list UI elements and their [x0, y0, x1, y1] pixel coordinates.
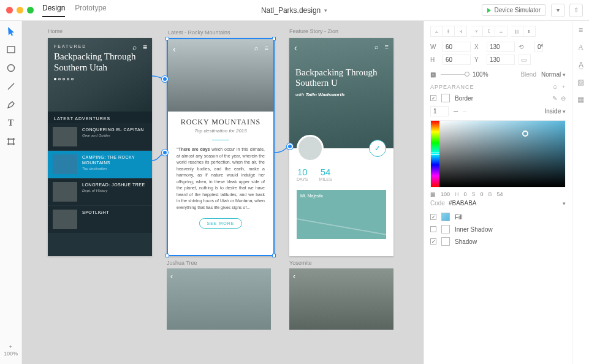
artboard-label[interactable]: Joshua Tree	[167, 260, 197, 266]
search-icon[interactable]: ⌕	[254, 44, 259, 51]
shadow-checkbox[interactable]	[430, 238, 436, 245]
distribute-h-button[interactable]: ⫼	[511, 26, 523, 37]
menu-icon[interactable]: ≡	[385, 43, 389, 50]
text-tab-icon[interactable]: A	[578, 43, 583, 52]
assets-tab-icon[interactable]: ▦	[577, 95, 584, 104]
back-icon[interactable]: ‹	[173, 44, 176, 54]
list-item-title: CONQUERING EL CAPITAN	[82, 127, 144, 132]
list-item[interactable]: LONGREAD: JOSHUE TREEDept. of History	[48, 178, 152, 206]
stroke-solid-icon[interactable]: ─	[454, 108, 458, 115]
pen-tool[interactable]	[6, 99, 17, 110]
align-top-button[interactable]: ⫟	[471, 26, 483, 37]
rectangle-tool[interactable]	[6, 44, 17, 55]
favorite-button[interactable]: ✓	[369, 140, 386, 157]
align-right-button[interactable]: ⫞	[455, 26, 467, 37]
eyedropper-icon[interactable]: ✎	[552, 95, 557, 102]
style-tab-icon[interactable]: A̲	[579, 61, 583, 69]
y-input[interactable]: 130	[487, 55, 515, 65]
artboard-yosemite[interactable]: Yosemite ‹	[289, 268, 393, 330]
tab-design[interactable]: Design	[42, 4, 65, 17]
stroke-width-input[interactable]: 1	[430, 106, 449, 116]
wire-endpoint[interactable]	[162, 76, 168, 82]
selection-handle[interactable]	[165, 254, 169, 257]
inner-shadow-checkbox[interactable]	[430, 226, 436, 232]
list-item[interactable]: CAMPING: THE ROCKY MOUNTAINSTop destinat…	[48, 151, 152, 178]
inner-shadow-swatch[interactable]	[441, 225, 450, 233]
align-bottom-button[interactable]: ⫠	[495, 26, 507, 37]
hue-input[interactable]: 0	[464, 191, 467, 197]
play-icon	[487, 8, 491, 13]
alpha-input[interactable]: 100	[441, 191, 450, 197]
select-tool[interactable]	[6, 26, 17, 37]
border-swatch[interactable]	[441, 94, 450, 102]
chevron-down-button[interactable]: ▾	[551, 4, 564, 17]
minimize-window-button[interactable]	[17, 7, 23, 13]
line-tool[interactable]	[6, 81, 17, 92]
eyedropper-icon[interactable]: ⊙	[553, 84, 558, 90]
shadow-swatch[interactable]	[441, 237, 450, 246]
zoom-control[interactable]: + 100%	[4, 344, 18, 358]
text-tool[interactable]: T	[6, 118, 17, 129]
artboard-label[interactable]: Latest - Rocky Mountains	[168, 29, 230, 36]
wire-endpoint[interactable]	[162, 150, 168, 156]
see-more-button[interactable]: SEE MORE	[199, 218, 242, 229]
artboard-home[interactable]: Home ⌕ ≡ FEATURED Backpacking Through So…	[48, 38, 152, 256]
bri-input[interactable]: 54	[497, 191, 503, 197]
share-button[interactable]: ⇧	[569, 4, 583, 17]
fill-checkbox[interactable]	[430, 214, 436, 220]
align-center-h-button[interactable]: ⫲	[443, 26, 455, 37]
artboard-label[interactable]: Feature Story - Zion	[289, 28, 338, 34]
back-icon[interactable]: ‹	[293, 272, 295, 281]
sat-input[interactable]: 0	[481, 191, 484, 197]
canvas[interactable]: Home ⌕ ≡ FEATURED Backpacking Through So…	[22, 21, 424, 364]
list-item[interactable]: SPOTLIGHT	[48, 206, 152, 233]
color-code-input[interactable]: #BABABA	[449, 200, 477, 207]
stroke-position-select[interactable]: Inside ▾	[545, 108, 566, 115]
height-input[interactable]: 60	[443, 55, 471, 65]
artboard-label[interactable]: Yosemite	[289, 260, 312, 266]
color-picker[interactable]	[430, 120, 566, 188]
rotation-input[interactable]: 0°	[534, 42, 543, 52]
search-icon[interactable]: ⌕	[374, 43, 379, 50]
hue-slider[interactable]	[431, 121, 439, 187]
add-icon[interactable]: +	[562, 84, 566, 90]
opacity-value[interactable]: 100%	[473, 71, 488, 78]
stroke-dash-icon[interactable]: ┄	[463, 108, 466, 115]
remove-icon[interactable]: ⊖	[561, 95, 566, 102]
back-icon[interactable]: ‹	[170, 272, 173, 281]
list-item[interactable]: CONQUERING EL CAPITANGear and Guides	[48, 123, 152, 151]
border-checkbox[interactable]	[430, 95, 436, 101]
distribute-v-button[interactable]: ⫾	[523, 26, 536, 37]
artboard-zion[interactable]: Feature Story - Zion ‹ ⌕≡ Backpacking Th…	[289, 38, 393, 256]
artboard-tool[interactable]	[6, 136, 17, 147]
width-input[interactable]: 60	[443, 42, 471, 52]
back-icon[interactable]: ‹	[294, 43, 297, 53]
pagination-dots[interactable]	[54, 78, 146, 80]
opacity-slider[interactable]	[441, 74, 468, 75]
fill-tab-icon[interactable]: ▧	[577, 78, 584, 86]
aspect-lock-icon[interactable]: ▭	[519, 55, 531, 65]
wire-endpoint[interactable]	[287, 143, 293, 150]
align-center-v-button[interactable]: ⫱	[483, 26, 495, 37]
layers-tab-icon[interactable]: ≡	[579, 26, 583, 34]
device-simulator-button[interactable]: Device Simulator	[482, 4, 546, 16]
ellipse-tool[interactable]	[6, 63, 17, 74]
fill-swatch[interactable]	[441, 213, 450, 221]
document-title[interactable]: Natl_Parks.design ▾	[107, 6, 482, 15]
selection-handle[interactable]	[272, 254, 276, 257]
artboard-label[interactable]: Home	[48, 28, 63, 34]
inner-shadow-label: Inner Shadow	[455, 226, 493, 233]
x-input[interactable]: 130	[487, 42, 515, 52]
thumbnail	[53, 210, 77, 229]
saturation-value-area[interactable]	[439, 121, 565, 187]
blend-mode-select[interactable]: Normal ▾	[541, 71, 566, 78]
menu-icon[interactable]: ≡	[265, 44, 268, 51]
chevron-down-icon[interactable]: ▾	[563, 200, 566, 207]
artboard-joshua-tree[interactable]: Joshua Tree ‹	[167, 268, 271, 330]
maximize-window-button[interactable]	[27, 7, 34, 13]
latest-adventures-label: LATEST ADVENTURES	[48, 112, 152, 123]
tab-prototype[interactable]: Prototype	[75, 4, 106, 17]
align-left-button[interactable]: ⫠	[430, 26, 443, 37]
close-window-button[interactable]	[6, 7, 13, 13]
artboard-rocky-mountains[interactable]: Latest - Rocky Mountains ‹ ⌕≡ ROCKY MOUN…	[167, 38, 275, 256]
